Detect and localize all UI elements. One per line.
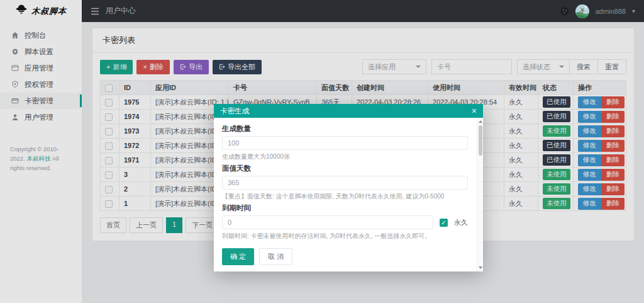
check-icon: ✓ xyxy=(441,219,446,226)
modal-header: 卡密生成 × xyxy=(214,104,483,118)
card-generate-modal: 卡密生成 × 生成数量 生成数量最大为10000张 面值天数 【重点】面值天数:… xyxy=(214,104,483,272)
modal-footer: 确 定 取 消 xyxy=(214,244,483,272)
qty-hint: 生成数量最大为10000张 xyxy=(222,152,468,161)
qty-input[interactable] xyxy=(222,136,468,150)
modal-body: 生成数量 生成数量最大为10000张 面值天数 【重点】面值天数: 这个是脚本使… xyxy=(214,118,483,244)
expire-hint: 到期时间: 卡密未被使用时的存活时间, 为0时代表永久, 一般选择永久即可。 xyxy=(222,232,468,241)
cancel-button[interactable]: 取 消 xyxy=(259,248,292,265)
page: 木叔脚本 用户中心 xyxy=(0,0,644,303)
forever-checkbox[interactable]: ✓ xyxy=(440,219,448,227)
modal-title: 卡密生成 xyxy=(220,106,249,116)
scrollbar-thumb[interactable] xyxy=(479,125,482,156)
scroll-up-icon[interactable] xyxy=(479,120,482,123)
scroll-down-icon[interactable] xyxy=(479,266,482,269)
modal-scrollbar[interactable] xyxy=(477,118,483,272)
close-icon[interactable]: × xyxy=(472,106,477,115)
confirm-button[interactable]: 确 定 xyxy=(222,248,254,265)
qty-label: 生成数量 xyxy=(222,124,468,134)
days-label: 面值天数 xyxy=(222,164,468,173)
expire-input[interactable] xyxy=(222,215,433,229)
expire-label: 到期时间 xyxy=(222,203,468,213)
days-hint: 【重点】面值天数: 这个是脚本使用期限, 天数为0时代表永久使用, 建议为0-5… xyxy=(222,192,468,201)
days-input[interactable] xyxy=(222,176,468,190)
forever-checkbox-label: 永久 xyxy=(454,218,468,227)
